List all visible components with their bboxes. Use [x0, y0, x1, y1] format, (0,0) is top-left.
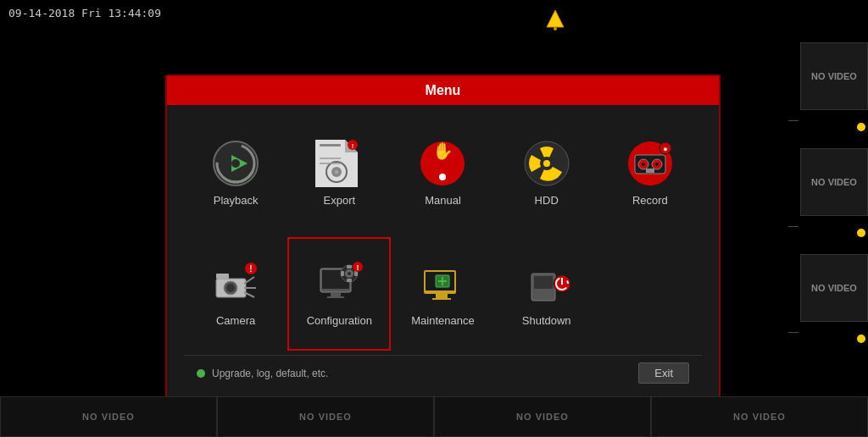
footer-info: Upgrade, log, default, etc.: [197, 368, 328, 379]
no-video-right-3: NO VIDEO: [800, 254, 868, 322]
camera-label: Camera: [216, 314, 255, 327]
shutdown-label: Shutdown: [522, 314, 571, 327]
svg-text:✋: ✋: [432, 141, 453, 161]
svg-rect-46: [347, 265, 352, 268]
datetime-display: 09-14-2018 Fri 13:44:09: [8, 7, 161, 19]
export-label: Export: [324, 194, 356, 207]
camera-icon: !: [212, 260, 259, 307]
svg-rect-43: [331, 292, 341, 296]
svg-rect-60: [432, 298, 451, 300]
no-video-right-2: NO VIDEO: [800, 148, 868, 216]
menu-item-export[interactable]: ! Export: [287, 118, 391, 229]
hdd-label: HDD: [535, 194, 559, 207]
svg-rect-59: [436, 294, 448, 298]
maintenance-label: Maintenance: [411, 314, 474, 327]
bottom-panels: NO VIDEO NO VIDEO NO VIDEO NO VIDEO: [0, 396, 868, 437]
svg-point-12: [335, 170, 338, 174]
side-dash-2: —: [788, 220, 798, 232]
svg-point-22: [543, 160, 550, 167]
notification-icon: [542, 8, 568, 36]
svg-rect-9: [320, 144, 341, 147]
svg-point-6: [231, 159, 240, 168]
bottom-panel-3: NO VIDEO: [434, 396, 651, 437]
svg-rect-47: [347, 279, 352, 282]
maintenance-icon: [419, 260, 466, 307]
hdd-icon: [523, 140, 570, 187]
svg-text:!: !: [357, 263, 359, 272]
side-dash-3: —: [788, 326, 798, 338]
svg-point-27: [642, 163, 645, 166]
svg-rect-62: [534, 276, 553, 289]
no-video-right-1: NO VIDEO: [800, 42, 868, 110]
menu-footer: Upgrade, log, default, etc. Exit: [184, 355, 702, 390]
status-dot-2: [857, 229, 865, 237]
menu-item-configuration[interactable]: ! Configuration: [287, 237, 391, 351]
svg-rect-29: [646, 169, 654, 173]
menu-dialog: Menu Playback: [165, 75, 721, 401]
svg-rect-44: [327, 296, 344, 298]
svg-text:!: !: [249, 264, 252, 274]
menu-item-manual[interactable]: ✋ Manual: [391, 118, 494, 229]
menu-item-camera[interactable]: ! Camera: [184, 237, 287, 351]
svg-text:●: ●: [663, 145, 667, 153]
menu-item-shutdown[interactable]: Shutdown: [495, 237, 598, 351]
svg-rect-58: [438, 280, 447, 282]
menu-item-hdd[interactable]: HDD: [495, 118, 598, 229]
svg-rect-1: [554, 27, 557, 30]
svg-point-51: [348, 272, 351, 275]
menu-item-maintenance[interactable]: Maintenance: [391, 237, 494, 351]
status-dot-1: [857, 123, 865, 131]
menu-body: Playback !: [167, 105, 719, 399]
shutdown-icon: [523, 260, 570, 307]
footer-info-text: Upgrade, log, default, etc.: [212, 368, 328, 379]
bottom-panel-2: NO VIDEO: [217, 396, 434, 437]
record-icon: ●: [626, 140, 674, 187]
exit-button[interactable]: Exit: [638, 362, 689, 384]
manual-icon: ✋: [419, 140, 466, 187]
svg-point-28: [655, 163, 659, 166]
playback-label: Playback: [214, 194, 259, 207]
playback-icon: [212, 140, 259, 187]
menu-title: Menu: [167, 76, 719, 105]
menu-grid: Playback !: [184, 118, 702, 351]
bottom-panel-4: NO VIDEO: [651, 396, 868, 437]
menu-item-record[interactable]: ● Record: [598, 118, 702, 229]
record-label: Record: [632, 194, 668, 207]
configuration-label: Configuration: [307, 314, 372, 327]
svg-point-19: [439, 174, 446, 180]
manual-label: Manual: [425, 194, 461, 207]
bottom-panel-1: NO VIDEO: [0, 396, 217, 437]
export-icon: !: [315, 140, 363, 187]
menu-item-playback[interactable]: Playback: [184, 118, 287, 229]
svg-point-34: [226, 284, 235, 292]
footer-status-dot: [197, 369, 205, 378]
configuration-icon: !: [315, 260, 363, 307]
svg-marker-0: [547, 10, 564, 27]
side-dash-1: —: [788, 114, 798, 126]
svg-rect-35: [216, 274, 229, 279]
status-dot-3: [857, 335, 865, 343]
svg-text:!: !: [352, 142, 354, 150]
svg-rect-48: [341, 271, 344, 276]
